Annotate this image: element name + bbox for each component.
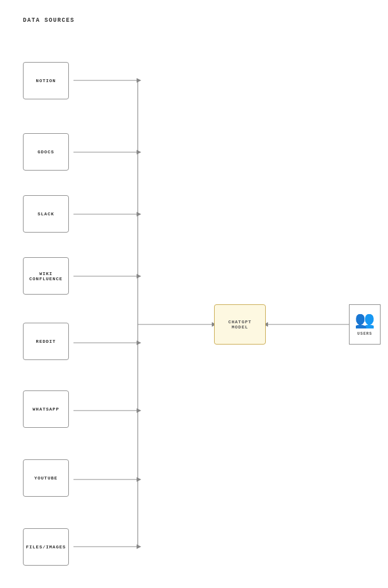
- source-box-whatsapp: Whatsapp: [23, 390, 69, 428]
- users-box: 👥 Users: [349, 304, 381, 345]
- source-box-gdocs: GDocs: [23, 133, 69, 171]
- svg-marker-14: [137, 477, 141, 482]
- source-box-files-images: Files/Images: [23, 528, 69, 566]
- svg-marker-16: [137, 544, 141, 549]
- svg-marker-8: [137, 274, 141, 278]
- source-box-wiki-confluence: Wiki Confluence: [23, 257, 69, 295]
- svg-marker-6: [137, 212, 141, 216]
- chatgpt-model-box: ChatGPT Model: [214, 304, 266, 345]
- users-icon: 👥: [355, 313, 375, 329]
- diagram-container: DATA SOURCES: [0, 0, 388, 588]
- source-box-slack: Slack: [23, 195, 69, 233]
- users-label: Users: [357, 331, 372, 336]
- svg-marker-2: [137, 78, 141, 83]
- svg-marker-10: [137, 341, 141, 345]
- source-box-youtube: Youtube: [23, 459, 69, 497]
- source-box-notion: Notion: [23, 62, 69, 99]
- page-title: DATA SOURCES: [23, 17, 75, 24]
- svg-marker-12: [137, 408, 141, 413]
- source-box-reddit: Reddit: [23, 323, 69, 360]
- svg-marker-4: [137, 150, 141, 154]
